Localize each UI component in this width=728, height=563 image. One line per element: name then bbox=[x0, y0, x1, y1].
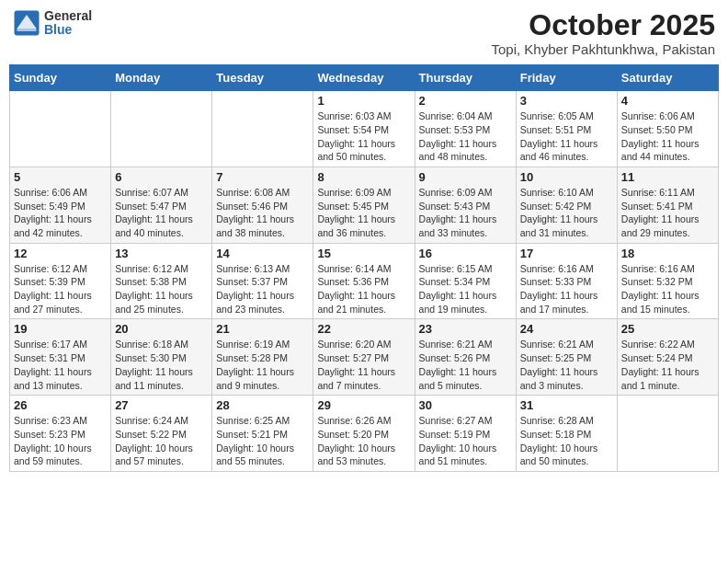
day-info: Sunrise: 6:03 AM Sunset: 5:54 PM Dayligh… bbox=[317, 109, 410, 164]
svg-rect-2 bbox=[17, 29, 37, 31]
header-friday: Friday bbox=[516, 65, 617, 91]
day-number: 7 bbox=[216, 170, 309, 184]
day-info: Sunrise: 6:26 AM Sunset: 5:20 PM Dayligh… bbox=[317, 414, 410, 468]
day-info: Sunrise: 6:17 AM Sunset: 5:31 PM Dayligh… bbox=[14, 338, 107, 392]
day-number: 2 bbox=[419, 94, 512, 108]
day-number: 14 bbox=[216, 247, 309, 260]
header-sunday: Sunday bbox=[10, 65, 111, 91]
table-row: 7Sunrise: 6:08 AM Sunset: 5:46 PM Daylig… bbox=[212, 167, 313, 243]
day-info: Sunrise: 6:18 AM Sunset: 5:30 PM Dayligh… bbox=[115, 338, 208, 392]
table-row: 23Sunrise: 6:21 AM Sunset: 5:26 PM Dayli… bbox=[415, 319, 516, 396]
month-title: October 2025 bbox=[492, 9, 715, 41]
table-row: 1Sunrise: 6:03 AM Sunset: 5:54 PM Daylig… bbox=[313, 91, 415, 167]
calendar-week-4: 19Sunrise: 6:17 AM Sunset: 5:31 PM Dayli… bbox=[10, 319, 719, 396]
day-info: Sunrise: 6:04 AM Sunset: 5:53 PM Dayligh… bbox=[419, 109, 512, 164]
day-info: Sunrise: 6:12 AM Sunset: 5:39 PM Dayligh… bbox=[14, 262, 107, 316]
page-header: General Blue October 2025 Topi, Khyber P… bbox=[9, 9, 719, 57]
day-number: 26 bbox=[14, 398, 107, 412]
table-row: 11Sunrise: 6:11 AM Sunset: 5:41 PM Dayli… bbox=[617, 167, 718, 243]
table-row: 4Sunrise: 6:06 AM Sunset: 5:50 PM Daylig… bbox=[617, 91, 718, 167]
day-info: Sunrise: 6:09 AM Sunset: 5:43 PM Dayligh… bbox=[419, 186, 512, 240]
header-thursday: Thursday bbox=[415, 65, 516, 91]
table-row: 18Sunrise: 6:16 AM Sunset: 5:32 PM Dayli… bbox=[617, 243, 718, 319]
day-info: Sunrise: 6:10 AM Sunset: 5:42 PM Dayligh… bbox=[520, 186, 613, 240]
day-info: Sunrise: 6:15 AM Sunset: 5:34 PM Dayligh… bbox=[419, 262, 512, 316]
table-row: 20Sunrise: 6:18 AM Sunset: 5:30 PM Dayli… bbox=[111, 319, 212, 396]
table-row: 16Sunrise: 6:15 AM Sunset: 5:34 PM Dayli… bbox=[415, 243, 516, 319]
table-row: 25Sunrise: 6:22 AM Sunset: 5:24 PM Dayli… bbox=[617, 319, 718, 396]
table-row: 19Sunrise: 6:17 AM Sunset: 5:31 PM Dayli… bbox=[10, 319, 111, 396]
day-number: 9 bbox=[419, 170, 512, 184]
table-row: 29Sunrise: 6:26 AM Sunset: 5:20 PM Dayli… bbox=[313, 396, 415, 472]
day-info: Sunrise: 6:16 AM Sunset: 5:32 PM Dayligh… bbox=[621, 262, 714, 316]
day-number: 10 bbox=[520, 170, 613, 184]
day-info: Sunrise: 6:08 AM Sunset: 5:46 PM Dayligh… bbox=[216, 186, 309, 240]
weekday-header-row: Sunday Monday Tuesday Wednesday Thursday… bbox=[10, 65, 719, 91]
table-row: 9Sunrise: 6:09 AM Sunset: 5:43 PM Daylig… bbox=[415, 167, 516, 243]
day-number: 5 bbox=[14, 170, 107, 184]
calendar-week-3: 12Sunrise: 6:12 AM Sunset: 5:39 PM Dayli… bbox=[10, 243, 719, 319]
table-row: 21Sunrise: 6:19 AM Sunset: 5:28 PM Dayli… bbox=[212, 319, 313, 396]
day-info: Sunrise: 6:06 AM Sunset: 5:49 PM Dayligh… bbox=[14, 186, 107, 240]
day-number: 27 bbox=[115, 398, 208, 412]
day-info: Sunrise: 6:12 AM Sunset: 5:38 PM Dayligh… bbox=[115, 262, 208, 316]
table-row: 26Sunrise: 6:23 AM Sunset: 5:23 PM Dayli… bbox=[10, 396, 111, 472]
day-number: 20 bbox=[115, 322, 208, 336]
logo-text: General Blue bbox=[44, 9, 92, 38]
table-row: 30Sunrise: 6:27 AM Sunset: 5:19 PM Dayli… bbox=[415, 396, 516, 472]
header-wednesday: Wednesday bbox=[313, 65, 415, 91]
table-row: 14Sunrise: 6:13 AM Sunset: 5:37 PM Dayli… bbox=[212, 243, 313, 319]
day-info: Sunrise: 6:24 AM Sunset: 5:22 PM Dayligh… bbox=[115, 414, 208, 468]
day-info: Sunrise: 6:28 AM Sunset: 5:18 PM Dayligh… bbox=[520, 414, 613, 468]
day-number: 30 bbox=[419, 398, 512, 412]
day-info: Sunrise: 6:21 AM Sunset: 5:26 PM Dayligh… bbox=[419, 338, 512, 392]
day-info: Sunrise: 6:19 AM Sunset: 5:28 PM Dayligh… bbox=[216, 338, 309, 392]
day-info: Sunrise: 6:06 AM Sunset: 5:50 PM Dayligh… bbox=[621, 109, 714, 164]
table-row: 2Sunrise: 6:04 AM Sunset: 5:53 PM Daylig… bbox=[415, 91, 516, 167]
day-info: Sunrise: 6:25 AM Sunset: 5:21 PM Dayligh… bbox=[216, 414, 309, 468]
day-info: Sunrise: 6:27 AM Sunset: 5:19 PM Dayligh… bbox=[419, 414, 512, 468]
table-row: 31Sunrise: 6:28 AM Sunset: 5:18 PM Dayli… bbox=[516, 396, 617, 472]
day-info: Sunrise: 6:05 AM Sunset: 5:51 PM Dayligh… bbox=[520, 109, 613, 164]
table-row: 5Sunrise: 6:06 AM Sunset: 5:49 PM Daylig… bbox=[10, 167, 111, 243]
table-row bbox=[10, 91, 111, 167]
day-number: 23 bbox=[419, 322, 512, 336]
header-monday: Monday bbox=[111, 65, 212, 91]
day-info: Sunrise: 6:16 AM Sunset: 5:33 PM Dayligh… bbox=[520, 262, 613, 316]
logo-general-text: General bbox=[44, 9, 92, 23]
day-info: Sunrise: 6:14 AM Sunset: 5:36 PM Dayligh… bbox=[317, 262, 410, 316]
calendar-table: Sunday Monday Tuesday Wednesday Thursday… bbox=[9, 64, 719, 472]
header-tuesday: Tuesday bbox=[212, 65, 313, 91]
day-number: 8 bbox=[317, 170, 410, 184]
day-number: 12 bbox=[14, 247, 107, 260]
day-number: 15 bbox=[317, 247, 410, 260]
day-number: 25 bbox=[621, 322, 714, 336]
day-number: 16 bbox=[419, 247, 512, 260]
table-row bbox=[617, 396, 718, 472]
day-info: Sunrise: 6:07 AM Sunset: 5:47 PM Dayligh… bbox=[115, 186, 208, 240]
table-row: 13Sunrise: 6:12 AM Sunset: 5:38 PM Dayli… bbox=[111, 243, 212, 319]
day-number: 18 bbox=[621, 247, 714, 260]
day-info: Sunrise: 6:21 AM Sunset: 5:25 PM Dayligh… bbox=[520, 338, 613, 392]
day-info: Sunrise: 6:13 AM Sunset: 5:37 PM Dayligh… bbox=[216, 262, 309, 316]
day-number: 22 bbox=[317, 322, 410, 336]
day-number: 13 bbox=[115, 247, 208, 260]
table-row: 24Sunrise: 6:21 AM Sunset: 5:25 PM Dayli… bbox=[516, 319, 617, 396]
table-row bbox=[111, 91, 212, 167]
day-number: 4 bbox=[621, 94, 714, 108]
day-number: 1 bbox=[317, 94, 410, 108]
day-number: 24 bbox=[520, 322, 613, 336]
day-number: 21 bbox=[216, 322, 309, 336]
day-number: 28 bbox=[216, 398, 309, 412]
table-row: 17Sunrise: 6:16 AM Sunset: 5:33 PM Dayli… bbox=[516, 243, 617, 319]
table-row: 22Sunrise: 6:20 AM Sunset: 5:27 PM Dayli… bbox=[313, 319, 415, 396]
day-number: 19 bbox=[14, 322, 107, 336]
header-saturday: Saturday bbox=[617, 65, 718, 91]
table-row: 27Sunrise: 6:24 AM Sunset: 5:22 PM Dayli… bbox=[111, 396, 212, 472]
location-title: Topi, Khyber Pakhtunkhwa, Pakistan bbox=[492, 41, 715, 57]
table-row: 10Sunrise: 6:10 AM Sunset: 5:42 PM Dayli… bbox=[516, 167, 617, 243]
table-row: 12Sunrise: 6:12 AM Sunset: 5:39 PM Dayli… bbox=[10, 243, 111, 319]
table-row: 6Sunrise: 6:07 AM Sunset: 5:47 PM Daylig… bbox=[111, 167, 212, 243]
logo: General Blue bbox=[13, 9, 92, 38]
day-number: 31 bbox=[520, 398, 613, 412]
